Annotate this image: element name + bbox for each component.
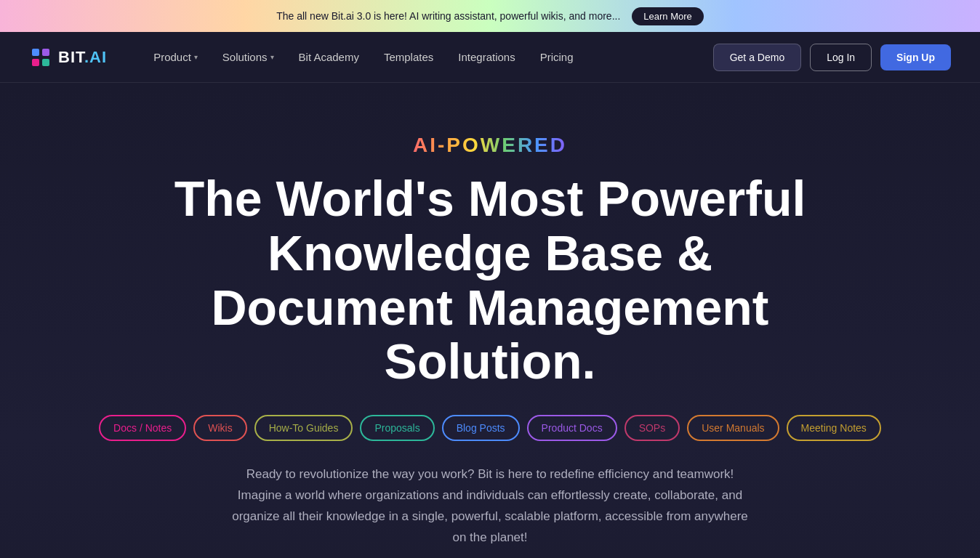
svg-rect-0 — [32, 49, 39, 56]
svg-rect-1 — [42, 49, 49, 56]
announcement-banner: The all new Bit.ai 3.0 is here! AI writi… — [0, 0, 980, 32]
svg-rect-3 — [42, 59, 49, 66]
announcement-text: The all new Bit.ai 3.0 is here! AI writi… — [276, 10, 620, 22]
tag-docs-notes[interactable]: Docs / Notes — [99, 415, 186, 441]
nav-get-demo-button[interactable]: Get a Demo — [713, 44, 801, 71]
nav-actions: Get a Demo Log In Sign Up — [713, 44, 951, 71]
nav-item-product[interactable]: Product ▾ — [143, 45, 208, 69]
ai-powered-label: AI-POWERED — [413, 134, 567, 157]
nav-item-templates[interactable]: Templates — [374, 45, 443, 69]
tag-user-manuals[interactable]: User Manuals — [687, 415, 779, 441]
nav-login-button[interactable]: Log In — [810, 44, 872, 71]
tag-product-docs[interactable]: Product Docs — [527, 415, 617, 441]
tag-blog-posts[interactable]: Blog Posts — [442, 415, 520, 441]
tag-meeting-notes[interactable]: Meeting Notes — [787, 415, 881, 441]
hero-description: Ready to revolutionize the way you work?… — [228, 464, 752, 549]
hero-section: AI-POWERED The World's Most Powerful Kno… — [0, 83, 980, 558]
tag-how-to-guides[interactable]: How-To Guides — [254, 415, 353, 441]
tags-row: Docs / Notes Wikis How-To Guides Proposa… — [99, 415, 881, 441]
nav-item-solutions[interactable]: Solutions ▾ — [212, 45, 284, 69]
nav-links: Product ▾ Solutions ▾ Bit Academy Templa… — [143, 45, 713, 69]
chevron-down-icon: ▾ — [194, 53, 198, 61]
nav-item-integrations[interactable]: Integrations — [448, 45, 525, 69]
svg-rect-2 — [32, 59, 39, 66]
tag-wikis[interactable]: Wikis — [193, 415, 246, 441]
logo-text: BIT.AI — [58, 48, 107, 67]
navbar: BIT.AI Product ▾ Solutions ▾ Bit Academy… — [0, 32, 980, 83]
hero-title: The World's Most Powerful Knowledge Base… — [163, 171, 817, 389]
logo-icon — [29, 46, 52, 69]
learn-more-button[interactable]: Learn More — [632, 7, 703, 25]
tag-sops[interactable]: SOPs — [624, 415, 680, 441]
logo[interactable]: BIT.AI — [29, 46, 107, 69]
nav-signup-button[interactable]: Sign Up — [880, 44, 951, 70]
chevron-down-icon: ▾ — [270, 53, 274, 61]
tag-proposals[interactable]: Proposals — [360, 415, 434, 441]
nav-item-pricing[interactable]: Pricing — [530, 45, 584, 69]
nav-item-bit-academy[interactable]: Bit Academy — [289, 45, 369, 69]
